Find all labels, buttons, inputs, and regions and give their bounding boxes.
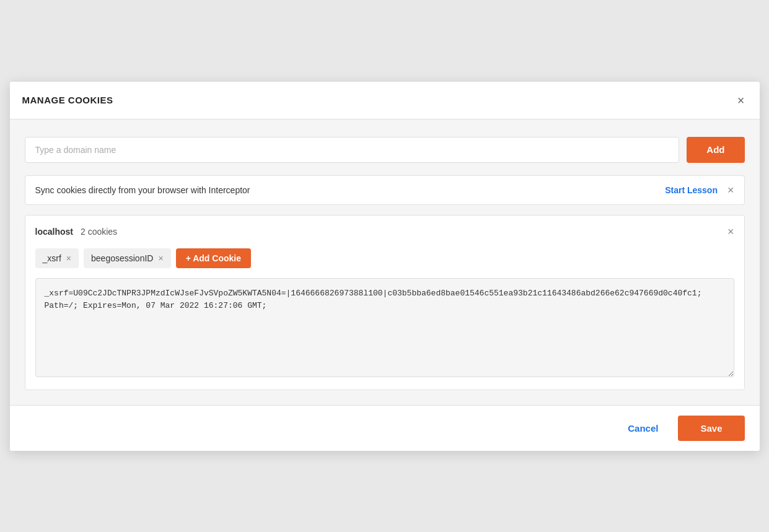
interceptor-actions: Start Lesson × [665,185,734,196]
domain-section: localhost 2 cookies × _xsrf × beegosessi… [25,215,745,390]
domain-header: localhost 2 cookies × [35,225,734,238]
domain-name-input[interactable] [25,137,680,163]
cookie-name-label: beegosessionID [91,253,153,263]
interceptor-banner: Sync cookies directly from your browser … [25,175,745,205]
cookie-remove-button[interactable]: × [66,254,71,263]
dialog-header: MANAGE COOKIES × [10,82,760,120]
cookie-tag: _xsrf × [35,248,79,268]
dialog-body: Add Sync cookies directly from your brow… [10,120,760,405]
cancel-button[interactable]: Cancel [618,417,668,440]
dialog-close-button[interactable]: × [735,92,747,109]
manage-cookies-dialog: MANAGE COOKIES × Add Sync cookies direct… [10,82,760,451]
cookie-tag: beegosessionID × [84,248,171,268]
domain-close-button[interactable]: × [727,225,734,238]
cookie-name-label: _xsrf [43,253,61,263]
save-button[interactable]: Save [678,416,744,441]
cookie-value-textarea[interactable] [35,278,734,377]
cookie-remove-button[interactable]: × [158,254,163,263]
interceptor-text: Sync cookies directly from your browser … [35,185,250,195]
dialog-footer: Cancel Save [10,405,760,451]
domain-info: localhost 2 cookies [35,227,118,237]
cookies-row: _xsrf × beegosessionID × + Add Cookie [35,248,734,268]
cookie-count-label: 2 cookies [81,227,117,237]
add-cookie-button[interactable]: + Add Cookie [176,248,251,268]
start-lesson-link[interactable]: Start Lesson [665,185,718,195]
banner-close-button[interactable]: × [727,185,734,196]
domain-input-row: Add [25,137,745,163]
dialog-title: MANAGE COOKIES [22,95,113,105]
add-domain-button[interactable]: Add [687,137,744,163]
domain-name-label: localhost [35,227,73,237]
